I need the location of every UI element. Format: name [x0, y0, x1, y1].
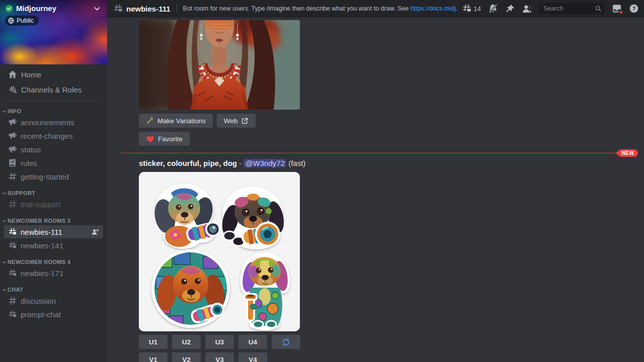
- public-badge: Public: [5, 16, 39, 26]
- sidebar-item-label: Channels & Roles: [21, 85, 82, 94]
- wand-icon: [146, 117, 154, 125]
- channel-newbies-111[interactable]: newbies-111: [4, 225, 103, 238]
- section-support: SUPPORT trial-support: [0, 190, 107, 211]
- threads-button[interactable]: 14: [462, 4, 481, 14]
- make-variations-button[interactable]: Make Variations: [139, 114, 213, 128]
- sticker-grid-artwork: [139, 172, 300, 331]
- web-button[interactable]: Web: [217, 114, 256, 128]
- upscale-button-u1[interactable]: U1: [139, 335, 168, 349]
- variation-button-v2[interactable]: V2: [172, 352, 201, 362]
- sidebar-item-channels-roles[interactable]: Channels & Roles: [4, 82, 103, 97]
- section-chevron-icon: [2, 219, 7, 223]
- heart-icon: [146, 135, 154, 143]
- bell-slash-icon: [488, 4, 498, 14]
- generated-image-sticker-grid[interactable]: [139, 172, 300, 331]
- generation-mode: (fast): [288, 159, 305, 167]
- favorite-button[interactable]: Favorite: [139, 132, 190, 146]
- globe-icon: [8, 17, 15, 24]
- channel-name: status: [21, 145, 41, 154]
- channel-recent-changes[interactable]: recent-changes: [4, 129, 103, 142]
- section-chevron-icon: [2, 288, 7, 292]
- hash-chat-icon: [8, 227, 17, 236]
- message-current: sticker, colourful, pipe, dog - @W3ndy72…: [139, 158, 644, 362]
- hash-icon: [8, 296, 17, 305]
- members-icon: [522, 4, 532, 14]
- section-header-chat[interactable]: CHAT: [0, 287, 107, 294]
- variation-button-v1[interactable]: V1: [139, 352, 168, 362]
- channel-announcements[interactable]: announcements: [4, 116, 103, 129]
- section-header-newcomer-rooms-3[interactable]: NEWCOMER ROOMS 3: [0, 218, 107, 225]
- channel-sidebar: Midjourney Public Home: [0, 0, 107, 362]
- megaphone-icon: [8, 145, 17, 154]
- section-header-info[interactable]: INFO: [0, 108, 107, 115]
- server-banner[interactable]: Midjourney Public: [0, 0, 107, 64]
- chevron-down-icon[interactable]: [93, 5, 101, 13]
- pin-icon: [505, 4, 515, 14]
- rules-icon: [8, 158, 17, 167]
- channel-discussion[interactable]: discussion: [4, 294, 103, 307]
- server-header[interactable]: Midjourney: [0, 0, 107, 13]
- hash-icon: [8, 172, 17, 181]
- section-chat: CHAT discussion prompt-chat: [0, 287, 107, 321]
- variation-button-v3[interactable]: V3: [205, 352, 234, 362]
- channel-topbar: newbies-111 Bot room for new users. Type…: [107, 0, 644, 17]
- channel-name: newbies-171: [21, 269, 63, 278]
- server-name: Midjourney: [16, 4, 56, 13]
- pinned-messages-button[interactable]: [505, 4, 515, 14]
- section-header-support[interactable]: SUPPORT: [0, 190, 107, 197]
- message-previous: Make Variations Web Favorite: [139, 20, 644, 146]
- topbar-channel-name: newbies-111: [126, 5, 171, 13]
- topbar-divider: [177, 4, 177, 13]
- upscale-button-u4[interactable]: U4: [238, 335, 267, 349]
- section-newcomer-rooms-4: NEWCOMER ROOMS 4 newbies-171: [0, 259, 107, 280]
- user-mention[interactable]: @W3ndy72: [244, 159, 286, 167]
- inbox-button[interactable]: [612, 4, 622, 14]
- channel-prompt-chat[interactable]: prompt-chat: [4, 308, 103, 321]
- search-icon: [595, 5, 602, 12]
- channel-name: newbies-111: [21, 228, 62, 236]
- channel-trial-support[interactable]: trial-support: [4, 198, 103, 211]
- generated-image-portrait[interactable]: [139, 20, 300, 110]
- message-actions-row-2: Favorite: [139, 132, 644, 146]
- search-box[interactable]: [539, 3, 605, 14]
- threads-count: 14: [473, 5, 481, 13]
- create-invite-icon[interactable]: [91, 228, 99, 236]
- section-header-newcomer-rooms-4[interactable]: NEWCOMER ROOMS 4: [0, 259, 107, 266]
- sidebar-item-home[interactable]: Home: [4, 67, 103, 81]
- channel-name: recent-changes: [21, 132, 72, 140]
- notifications-muted-button[interactable]: [488, 4, 498, 14]
- unread-badge: [619, 10, 623, 15]
- svg-text:?: ?: [632, 6, 636, 12]
- variation-button-v4[interactable]: V4: [238, 352, 267, 362]
- megaphone-icon: [8, 131, 17, 140]
- main-panel: newbies-111 Bot room for new users. Type…: [107, 0, 644, 362]
- portrait-artwork: [139, 20, 300, 110]
- discord-app: Midjourney Public Home: [0, 0, 644, 362]
- upscale-button-u2[interactable]: U2: [172, 335, 201, 349]
- hash-chat-icon: [8, 310, 17, 319]
- section-newcomer-rooms-3: NEWCOMER ROOMS 3 newbies-111 newbies-141: [0, 218, 107, 252]
- message-list: Make Variations Web Favorite: [107, 17, 644, 362]
- hash-chat-icon: [8, 268, 17, 278]
- member-list-button[interactable]: [522, 4, 532, 14]
- message-actions-row-1: Make Variations Web: [139, 114, 644, 128]
- help-button[interactable]: ?: [629, 4, 639, 14]
- search-input[interactable]: [543, 5, 595, 12]
- channel-getting-started[interactable]: getting-started: [4, 170, 103, 183]
- topic-link[interactable]: https://docs.midj...: [411, 5, 458, 12]
- channel-newbies-141[interactable]: newbies-141: [4, 239, 103, 252]
- reroll-button[interactable]: [272, 335, 300, 349]
- section-chevron-icon: [2, 109, 7, 114]
- channel-name: getting-started: [21, 172, 69, 181]
- new-messages-divider: NEW: [121, 149, 638, 157]
- prompt-text: sticker, colourful, pipe, dog: [139, 159, 237, 167]
- channel-topic[interactable]: Bot room for new users. Type /imagine th…: [183, 5, 458, 12]
- section-chevron-icon: [2, 260, 7, 264]
- channel-rules[interactable]: rules: [4, 156, 103, 169]
- channel-name: rules: [21, 159, 37, 167]
- upscale-button-u3[interactable]: U3: [205, 335, 234, 349]
- channel-newbies-171[interactable]: newbies-171: [4, 266, 103, 280]
- channel-status[interactable]: status: [4, 143, 103, 156]
- topbar-actions: 14 ?: [462, 3, 639, 14]
- channel-name: announcements: [21, 118, 74, 127]
